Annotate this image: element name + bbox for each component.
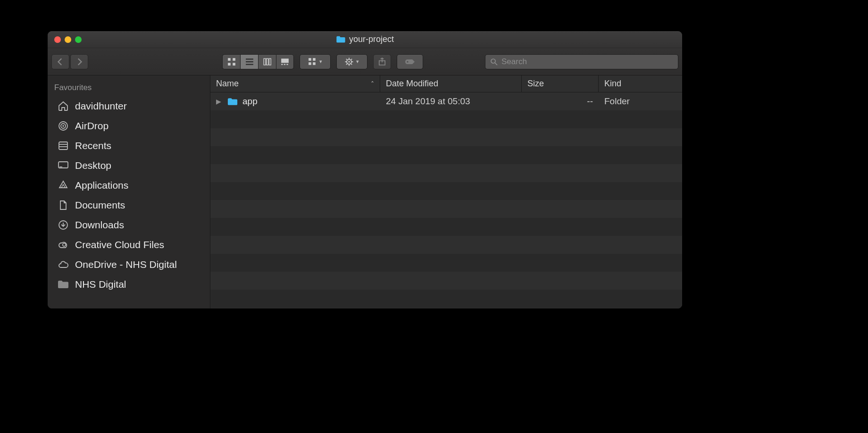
sidebar-item-home[interactable]: davidhunter bbox=[48, 96, 210, 116]
tags-button[interactable] bbox=[397, 54, 423, 69]
table-row[interactable]: ▶ app 24 Jan 2019 at 05:03 -- Folder bbox=[210, 92, 682, 110]
titlebar: your-project bbox=[48, 31, 682, 48]
back-button[interactable] bbox=[51, 54, 69, 69]
finder-window: your-project bbox=[47, 31, 683, 309]
view-columns-button[interactable] bbox=[258, 54, 276, 69]
minimize-button[interactable] bbox=[65, 36, 71, 43]
arrange-button[interactable]: ▾ bbox=[300, 54, 331, 69]
column-header-label: Size bbox=[527, 79, 544, 89]
svg-rect-0 bbox=[228, 58, 231, 61]
chevron-right-icon bbox=[75, 58, 83, 66]
sidebar-header-favourites: Favourites bbox=[48, 81, 210, 96]
onedrive-icon bbox=[57, 258, 69, 271]
svg-point-41 bbox=[63, 243, 66, 246]
view-list-button[interactable] bbox=[240, 54, 258, 69]
share-icon bbox=[378, 58, 386, 66]
svg-rect-4 bbox=[246, 58, 253, 59]
empty-row bbox=[210, 128, 682, 146]
column-header-name[interactable]: Name ˄ bbox=[210, 75, 380, 92]
airdrop-icon bbox=[57, 120, 69, 132]
window-title: your-project bbox=[336, 34, 394, 44]
column-header-date[interactable]: Date Modified bbox=[380, 75, 522, 92]
sidebar-item-creative-cloud[interactable]: Creative Cloud Files bbox=[48, 235, 210, 255]
sidebar-item-nhs-digital[interactable]: NHS Digital bbox=[48, 275, 210, 294]
disclosure-triangle-icon[interactable]: ▶ bbox=[216, 98, 223, 105]
sidebar-item-label: OneDrive - NHS Digital bbox=[75, 259, 177, 270]
svg-point-29 bbox=[407, 61, 408, 62]
documents-icon bbox=[57, 199, 69, 211]
view-gallery-button[interactable] bbox=[276, 54, 294, 69]
search-field[interactable] bbox=[485, 54, 678, 69]
view-icons-button[interactable] bbox=[222, 54, 240, 69]
empty-row bbox=[210, 182, 682, 200]
column-header-label: Name bbox=[216, 79, 239, 89]
svg-rect-11 bbox=[281, 64, 283, 65]
empty-row bbox=[210, 110, 682, 128]
sidebar-item-downloads[interactable]: Downloads bbox=[48, 215, 210, 235]
folder-icon bbox=[227, 98, 238, 106]
empty-row bbox=[210, 146, 682, 164]
file-list: Name ˄ Date Modified Size Kind ▶ bbox=[210, 75, 682, 308]
file-kind: Folder bbox=[604, 96, 630, 107]
svg-point-19 bbox=[348, 61, 350, 63]
rows-container: ▶ app 24 Jan 2019 at 05:03 -- Folder bbox=[210, 92, 682, 308]
recents-icon bbox=[57, 140, 69, 152]
svg-rect-16 bbox=[309, 62, 311, 65]
empty-row bbox=[210, 218, 682, 236]
folder-icon bbox=[336, 36, 345, 43]
gear-icon bbox=[345, 58, 353, 66]
sidebar-item-documents[interactable]: Documents bbox=[48, 195, 210, 215]
sidebar-item-applications[interactable]: Applications bbox=[48, 175, 210, 195]
zoom-button[interactable] bbox=[75, 36, 82, 43]
column-header-size[interactable]: Size bbox=[522, 75, 599, 92]
svg-line-27 bbox=[346, 64, 347, 65]
svg-line-26 bbox=[351, 58, 352, 59]
sidebar-item-onedrive[interactable]: OneDrive - NHS Digital bbox=[48, 255, 210, 275]
sidebar-item-airdrop[interactable]: AirDrop bbox=[48, 116, 210, 136]
svg-rect-10 bbox=[281, 58, 289, 63]
svg-rect-6 bbox=[246, 64, 253, 65]
tag-icon bbox=[404, 58, 416, 65]
empty-row bbox=[210, 290, 682, 308]
svg-line-31 bbox=[495, 63, 497, 65]
applications-icon bbox=[57, 179, 69, 192]
empty-row bbox=[210, 200, 682, 218]
svg-rect-14 bbox=[309, 58, 311, 61]
svg-rect-17 bbox=[313, 62, 316, 65]
sidebar-item-label: Applications bbox=[75, 180, 128, 191]
folder-icon bbox=[57, 278, 69, 291]
empty-row bbox=[210, 254, 682, 272]
arrange-icon bbox=[308, 58, 317, 66]
svg-rect-39 bbox=[59, 167, 62, 167]
sidebar-item-label: Documents bbox=[75, 200, 125, 211]
sidebar-item-recents[interactable]: Recents bbox=[48, 136, 210, 156]
column-headers: Name ˄ Date Modified Size Kind bbox=[210, 75, 682, 92]
svg-rect-9 bbox=[269, 58, 271, 65]
columns-icon bbox=[263, 58, 272, 66]
chevron-down-icon: ▾ bbox=[319, 58, 322, 65]
sidebar-item-label: Creative Cloud Files bbox=[75, 239, 164, 250]
action-button[interactable]: ▾ bbox=[336, 54, 367, 69]
grid-icon bbox=[227, 58, 236, 66]
column-header-kind[interactable]: Kind bbox=[599, 75, 682, 92]
svg-rect-3 bbox=[233, 63, 235, 66]
creative-cloud-icon bbox=[57, 239, 69, 251]
column-header-label: Date Modified bbox=[386, 79, 438, 89]
desktop-icon bbox=[57, 159, 69, 172]
file-size: -- bbox=[587, 96, 593, 107]
forward-button[interactable] bbox=[70, 54, 88, 69]
sidebar-item-label: Recents bbox=[75, 140, 111, 151]
share-button[interactable] bbox=[373, 54, 391, 69]
sidebar-item-desktop[interactable]: Desktop bbox=[48, 156, 210, 175]
window-title-text: your-project bbox=[349, 34, 394, 44]
sidebar-item-label: davidhunter bbox=[75, 100, 127, 112]
column-header-label: Kind bbox=[604, 79, 621, 89]
sidebar-item-label: Downloads bbox=[75, 219, 124, 231]
search-icon bbox=[490, 58, 498, 66]
svg-line-24 bbox=[346, 58, 347, 59]
search-input[interactable] bbox=[501, 57, 673, 67]
close-button[interactable] bbox=[54, 36, 61, 43]
sidebar-item-label: Desktop bbox=[75, 160, 111, 171]
svg-point-34 bbox=[62, 125, 64, 127]
file-name: app bbox=[242, 96, 258, 107]
